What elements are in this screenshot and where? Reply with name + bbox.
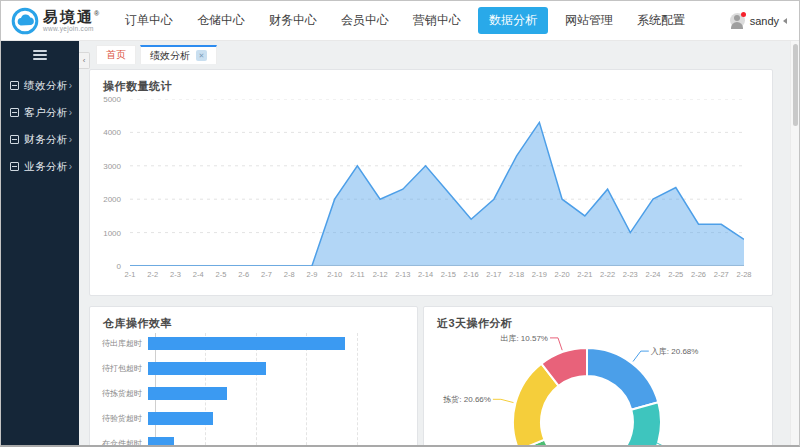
brand-logo[interactable]: 易境通® www.yejoin.com xyxy=(11,7,107,35)
donut-chart: 入库: 20.68%拣货: 20.66%出库: 10.57% xyxy=(424,321,773,447)
bar-category-label: 待拣货超时 xyxy=(102,388,148,399)
doc-icon xyxy=(10,162,19,171)
x-tick-label: 2-5 xyxy=(216,270,227,279)
area-chart-y-axis: 010002000300040005000 xyxy=(98,99,126,266)
x-tick-label: 2-12 xyxy=(373,270,388,279)
x-tick-label: 2-14 xyxy=(418,270,433,279)
y-tick-label: 1000 xyxy=(103,228,121,237)
sidebar: 绩效分析 › 客户分析 › 财务分析 › 业务分析 › xyxy=(1,41,79,445)
user-name: sandy xyxy=(750,15,779,27)
x-tick-label: 2-3 xyxy=(170,270,181,279)
sidebar-item-performance[interactable]: 绩效分析 › xyxy=(1,72,79,99)
x-tick-label: 2-10 xyxy=(327,270,342,279)
bar-row: 待验货超时 xyxy=(102,406,407,431)
x-tick-label: 2-27 xyxy=(714,270,729,279)
bar-row: 待打包超时 xyxy=(102,356,407,381)
x-tick-label: 2-16 xyxy=(464,270,479,279)
panel-warehouse-efficiency: 仓库操作效率 待出库超时待打包超时待拣货超时待验货超时在仓件超时 xyxy=(89,306,418,447)
menu-toggle-icon[interactable] xyxy=(33,50,47,60)
scrollbar[interactable] xyxy=(790,41,799,445)
panel-operation-stats: 操作数量统计 010002000300040005000 2-12-22-32-… xyxy=(89,69,773,296)
bar-row: 待出库超时 xyxy=(102,331,407,356)
nav-item-site-management[interactable]: 网站管理 xyxy=(558,7,620,34)
x-tick-label: 2-8 xyxy=(284,270,295,279)
pie-label: 出库: 10.57% xyxy=(500,332,548,343)
tab-bar: 首页 绩效分析 ✕ xyxy=(96,45,221,65)
nav-item-data-analysis[interactable]: 数据分析 xyxy=(478,7,548,34)
area-chart-plot xyxy=(130,99,744,266)
x-tick-label: 2-2 xyxy=(147,270,158,279)
app-window: 易境通® www.yejoin.com 订单中心 仓储中心 财务中心 会员中心 … xyxy=(0,0,800,447)
y-tick-label: 2000 xyxy=(103,195,121,204)
sidebar-item-business[interactable]: 业务分析 › xyxy=(1,153,79,180)
area-chart: 010002000300040005000 2-12-22-32-42-52-6… xyxy=(98,94,764,284)
panel-title: 操作数量统计 xyxy=(90,70,772,94)
bar xyxy=(148,362,266,375)
x-tick-label: 2-6 xyxy=(238,270,249,279)
panel-title: 仓库操作效率 xyxy=(90,307,417,331)
scrollbar-thumb[interactable] xyxy=(793,44,798,126)
x-tick-label: 2-1 xyxy=(125,270,136,279)
chevron-right-icon: › xyxy=(69,162,72,172)
y-tick-label: 3000 xyxy=(103,161,121,170)
nav-item-order-center[interactable]: 订单中心 xyxy=(118,7,180,34)
bar xyxy=(148,337,345,350)
label-leader-line xyxy=(550,338,562,350)
sidebar-item-finance[interactable]: 财务分析 › xyxy=(1,126,79,153)
nav-item-marketing-center[interactable]: 营销中心 xyxy=(406,7,468,34)
user-menu[interactable]: sandy xyxy=(730,13,787,28)
x-tick-label: 2-26 xyxy=(691,270,706,279)
bar-row: 待拣货超时 xyxy=(102,381,407,406)
x-tick-label: 2-15 xyxy=(441,270,456,279)
x-tick-label: 2-7 xyxy=(261,270,272,279)
x-tick-label: 2-21 xyxy=(577,270,592,279)
x-tick-label: 2-20 xyxy=(555,270,570,279)
sidebar-collapse-handle[interactable]: ‹ xyxy=(79,52,90,69)
nav-item-finance-center[interactable]: 财务中心 xyxy=(262,7,324,34)
doc-icon xyxy=(10,135,19,144)
bar-category-label: 待打包超时 xyxy=(102,363,148,374)
bar-category-label: 待出库超时 xyxy=(102,338,148,349)
x-tick-label: 2-25 xyxy=(668,270,683,279)
bar-track xyxy=(148,437,407,447)
main-nav: 订单中心 仓储中心 财务中心 会员中心 营销中心 数据分析 网站管理 系统配置 xyxy=(113,7,697,34)
close-icon[interactable]: ✕ xyxy=(196,50,207,61)
user-caret-icon xyxy=(783,18,787,24)
user-avatar-icon xyxy=(730,13,745,28)
sidebar-item-label: 绩效分析 xyxy=(24,79,68,93)
y-tick-label: 0 xyxy=(117,262,121,271)
doc-icon xyxy=(10,108,19,117)
bar-track xyxy=(148,412,407,425)
tab-label: 绩效分析 xyxy=(150,49,190,63)
area-chart-x-axis: 2-12-22-32-42-52-62-72-82-92-102-112-122… xyxy=(130,270,744,282)
label-leader-line xyxy=(633,351,649,361)
bar-category-label: 在仓件超时 xyxy=(102,438,148,447)
sidebar-item-customer[interactable]: 客户分析 › xyxy=(1,99,79,126)
donut-slice xyxy=(587,348,658,410)
sidebar-item-label: 财务分析 xyxy=(24,133,68,147)
nav-item-warehouse-center[interactable]: 仓储中心 xyxy=(190,7,252,34)
tab-performance-analysis[interactable]: 绩效分析 ✕ xyxy=(140,45,217,64)
x-tick-label: 2-9 xyxy=(307,270,318,279)
notification-dot xyxy=(741,12,746,17)
x-tick-label: 2-22 xyxy=(600,270,615,279)
reg-mark: ® xyxy=(94,10,99,17)
bar-track xyxy=(148,362,407,375)
tab-home[interactable]: 首页 xyxy=(96,45,136,64)
y-tick-label: 5000 xyxy=(103,95,121,104)
x-tick-label: 2-19 xyxy=(532,270,547,279)
x-tick-label: 2-13 xyxy=(395,270,410,279)
bar-chart: 待出库超时待打包超时待拣货超时待验货超时在仓件超时 xyxy=(102,331,407,447)
pie-label: 拣货: 20.66% xyxy=(443,394,491,405)
x-tick-label: 2-28 xyxy=(736,270,751,279)
chevron-right-icon: › xyxy=(69,135,72,145)
bar xyxy=(148,412,213,425)
pie-label: 入库: 20.68% xyxy=(651,346,699,357)
chevron-right-icon: › xyxy=(69,108,72,118)
nav-item-system-config[interactable]: 系统配置 xyxy=(630,7,692,34)
nav-item-member-center[interactable]: 会员中心 xyxy=(334,7,396,34)
bar-track xyxy=(148,337,407,350)
cloud-logo-icon xyxy=(11,7,39,35)
brand-name: 易境通® xyxy=(43,9,99,24)
x-tick-label: 2-17 xyxy=(486,270,501,279)
